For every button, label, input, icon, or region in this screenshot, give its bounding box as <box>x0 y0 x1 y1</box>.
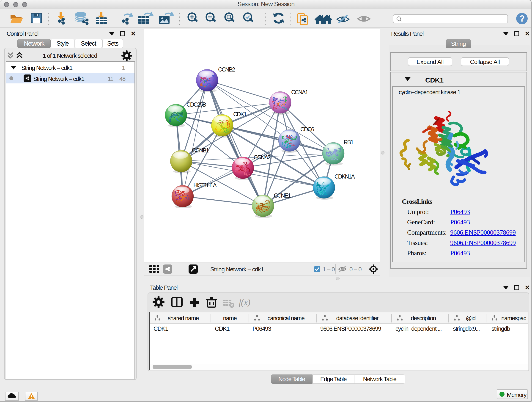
svg-text:0 – 0: 0 – 0 <box>349 266 361 273</box>
svg-text:description: description <box>411 315 436 322</box>
svg-text:CCNA1: CCNA1 <box>291 89 308 95</box>
svg-text:shared name: shared name <box>168 315 199 322</box>
svg-text:CDC6: CDC6 <box>300 126 314 133</box>
svg-text:@id: @id <box>466 315 475 322</box>
svg-text:CCNA2: CCNA2 <box>254 154 271 160</box>
svg-text:1 – 0: 1 – 0 <box>323 266 335 273</box>
svg-text:String Network – cdk1: String Network – cdk1 <box>210 266 264 273</box>
svg-text:namespac: namespac <box>501 315 526 322</box>
svg-text:CCNE1: CCNE1 <box>274 192 291 199</box>
svg-text:CCNB1: CCNB1 <box>192 147 209 153</box>
svg-text:CDK1: CDK1 <box>233 111 247 117</box>
svg-text:database identifier: database identifier <box>336 315 379 322</box>
svg-text:canonical name: canonical name <box>267 315 304 322</box>
svg-text:RB1: RB1 <box>344 139 354 145</box>
svg-text:CCNB2: CCNB2 <box>218 66 235 73</box>
svg-text:CDKN1A: CDKN1A <box>335 173 355 180</box>
svg-text:CDC25B: CDC25B <box>186 101 206 108</box>
svg-text:?: ? <box>519 14 525 23</box>
svg-text:name: name <box>223 315 237 322</box>
svg-text:HIST1H1A: HIST1H1A <box>193 182 217 188</box>
svg-text:f(x): f(x) <box>239 297 250 307</box>
